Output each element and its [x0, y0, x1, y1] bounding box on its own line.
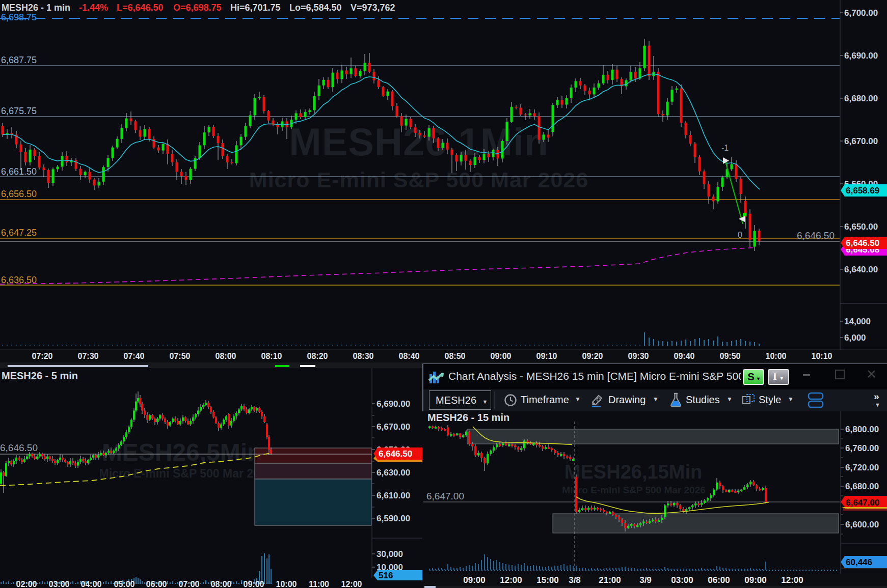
svg-text:6,690.00: 6,690.00 — [844, 51, 878, 61]
svg-text:6,647.25: 6,647.25 — [1, 228, 37, 238]
svg-text:6,647.00: 6,647.00 — [846, 498, 879, 508]
svg-text:6,661.50: 6,661.50 — [1, 166, 37, 177]
svg-text:12:00: 12:00 — [341, 580, 362, 588]
svg-text:MESH26,15Min: MESH26,15Min — [565, 461, 702, 483]
svg-text:6,646.50: 6,646.50 — [797, 230, 835, 241]
svg-text:08:00: 08:00 — [211, 580, 232, 588]
svg-text:6,670.00: 6,670.00 — [377, 422, 410, 432]
svg-text:08:20: 08:20 — [307, 352, 328, 360]
svg-text:08:30: 08:30 — [353, 352, 374, 360]
svg-text:6,690.00: 6,690.00 — [377, 399, 410, 409]
svg-text:07:50: 07:50 — [170, 352, 191, 360]
svg-text:14,000: 14,000 — [844, 317, 871, 326]
svg-text:6,760.00: 6,760.00 — [845, 443, 879, 453]
svg-text:MESH26,5Min: MESH26,5Min — [102, 439, 262, 466]
svg-text:03:00: 03:00 — [671, 575, 693, 585]
svg-text:12:00: 12:00 — [500, 575, 522, 585]
svg-text:MESH26 - 1 min: MESH26 - 1 min — [2, 3, 70, 13]
svg-text:MESH26 - 5 min: MESH26 - 5 min — [2, 370, 78, 381]
svg-text:07:40: 07:40 — [124, 352, 145, 360]
svg-text:6,800.00: 6,800.00 — [845, 425, 879, 434]
svg-text:09:20: 09:20 — [582, 352, 603, 360]
svg-text:O=6,698.75: O=6,698.75 — [173, 3, 222, 13]
svg-text:6,646.50: 6,646.50 — [846, 238, 879, 248]
svg-text:09:30: 09:30 — [628, 352, 649, 360]
svg-text:15:00: 15:00 — [536, 575, 558, 585]
svg-text:6,720.00: 6,720.00 — [845, 463, 879, 472]
svg-text:09:00: 09:00 — [744, 575, 766, 585]
svg-text:05:00: 05:00 — [114, 580, 135, 588]
svg-text:Micro E-mini S&P 500 Mar 2026: Micro E-mini S&P 500 Mar 2026 — [562, 485, 706, 495]
svg-text:30,000: 30,000 — [377, 549, 403, 559]
svg-text:09:40: 09:40 — [674, 352, 695, 360]
svg-text:12:00: 12:00 — [781, 575, 803, 585]
svg-text:06:00: 06:00 — [146, 580, 167, 588]
svg-text:60,446: 60,446 — [846, 557, 872, 567]
svg-text:6,640.00: 6,640.00 — [844, 265, 878, 274]
svg-text:10:00: 10:00 — [276, 580, 297, 588]
svg-text:MESH26 - 15 min: MESH26 - 15 min — [427, 412, 509, 423]
svg-text:L=6,646.50: L=6,646.50 — [117, 3, 164, 13]
svg-text:6,650.00: 6,650.00 — [844, 222, 878, 232]
svg-text:08:50: 08:50 — [445, 352, 466, 360]
svg-text:6,000: 6,000 — [844, 333, 866, 343]
svg-text:11:00: 11:00 — [309, 580, 329, 588]
svg-text:3/9: 3/9 — [639, 575, 652, 585]
svg-text:08:10: 08:10 — [261, 352, 282, 360]
svg-text:6,646.50: 6,646.50 — [0, 442, 38, 453]
svg-text:08:00: 08:00 — [216, 352, 236, 360]
svg-text:04:00: 04:00 — [81, 580, 102, 588]
svg-text:6,610.00: 6,610.00 — [377, 491, 410, 500]
svg-text:07:30: 07:30 — [78, 352, 99, 360]
svg-text:6,600.00: 6,600.00 — [845, 520, 879, 529]
svg-text:6,687.75: 6,687.75 — [1, 55, 37, 65]
svg-text:0: 0 — [738, 231, 742, 239]
svg-text:09:00: 09:00 — [463, 575, 485, 585]
svg-text:-1.44%: -1.44% — [79, 3, 108, 13]
svg-text:6,675.75: 6,675.75 — [1, 106, 37, 116]
svg-text:21:00: 21:00 — [599, 575, 621, 585]
svg-text:6,658.69: 6,658.69 — [846, 186, 879, 195]
svg-text:6,698.75: 6,698.75 — [1, 12, 37, 22]
svg-text:Micro E-mini S&P 500 Mar 2026: Micro E-mini S&P 500 Mar 2026 — [249, 167, 588, 192]
svg-text:6,630.00: 6,630.00 — [377, 468, 410, 478]
svg-text:6,680.00: 6,680.00 — [844, 94, 878, 103]
svg-text:6,670.00: 6,670.00 — [844, 136, 878, 146]
svg-text:09:10: 09:10 — [536, 352, 557, 360]
svg-text:07:00: 07:00 — [179, 580, 200, 588]
svg-text:08:40: 08:40 — [399, 352, 420, 360]
svg-text:02:00: 02:00 — [16, 580, 37, 588]
svg-text:Hi=6,701.75: Hi=6,701.75 — [230, 3, 281, 13]
svg-text:6,647.00: 6,647.00 — [426, 491, 464, 501]
svg-text:6,700.00: 6,700.00 — [844, 8, 878, 18]
svg-text:07:20: 07:20 — [32, 352, 53, 360]
svg-text:06:00: 06:00 — [708, 575, 730, 585]
svg-text:6,656.50: 6,656.50 — [1, 189, 37, 199]
svg-text:10:10: 10:10 — [812, 352, 832, 360]
svg-text:6,680.00: 6,680.00 — [845, 482, 879, 491]
svg-text:-1: -1 — [721, 144, 729, 152]
svg-text:6,646.50: 6,646.50 — [379, 449, 412, 459]
svg-text:6,590.00: 6,590.00 — [377, 514, 410, 523]
svg-text:3/8: 3/8 — [569, 575, 581, 585]
svg-text:09:00: 09:00 — [244, 580, 264, 588]
svg-text:03:00: 03:00 — [49, 580, 70, 588]
svg-text:MESH26 1Min: MESH26 1Min — [289, 120, 548, 163]
svg-text:09:00: 09:00 — [491, 352, 512, 360]
svg-text:10:00: 10:00 — [766, 352, 787, 360]
svg-text:Micro E-mini S&P 500 Mar 2026: Micro E-mini S&P 500 Mar 2026 — [99, 467, 273, 480]
svg-text:516: 516 — [379, 571, 393, 580]
svg-text:09:50: 09:50 — [720, 352, 741, 360]
svg-text:V=973,762: V=973,762 — [351, 3, 395, 13]
svg-text:Lo=6,584.50: Lo=6,584.50 — [289, 3, 342, 13]
